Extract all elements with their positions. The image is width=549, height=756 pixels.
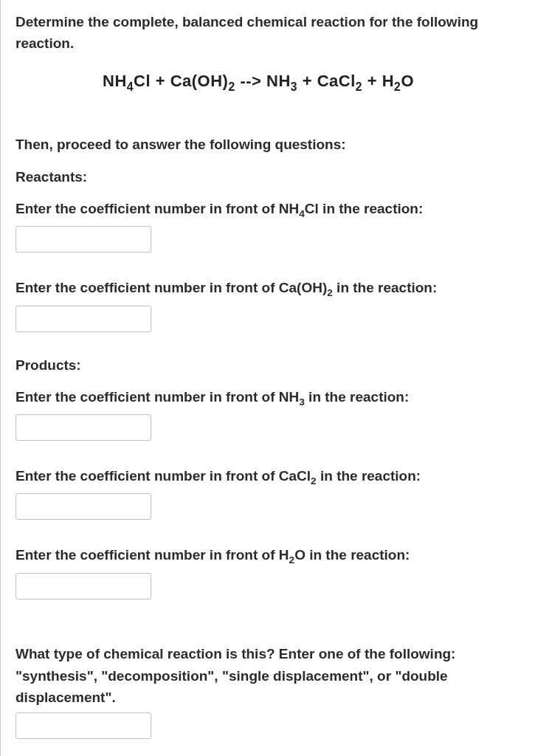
label-sub: 2 [289, 554, 295, 566]
label-sub: 2 [327, 287, 333, 298]
label-part: O in the reaction: [294, 547, 410, 563]
field-caoh2: Enter the coefficient number in front of… [15, 278, 534, 331]
label-rxn-type-line1: What type of chemical reaction is this? … [15, 644, 534, 665]
label-part: Enter the coefficient number in front of… [15, 201, 299, 216]
input-caoh2[interactable] [15, 306, 151, 332]
eq-sub: 3 [291, 80, 297, 93]
reactants-heading: Reactants: [15, 169, 534, 185]
label-part: in the reaction: [305, 389, 409, 405]
input-nh3[interactable] [15, 414, 151, 441]
eq-sub: 4 [127, 80, 134, 93]
label-cacl2: Enter the coefficient number in front of… [15, 466, 534, 489]
eq-sub: 2 [228, 80, 235, 93]
question-container: Determine the complete, balanced chemica… [0, 0, 549, 756]
label-part: in the reaction: [333, 280, 437, 295]
label-caoh2: Enter the coefficient number in front of… [15, 278, 534, 300]
field-nh3: Enter the coefficient number in front of… [15, 387, 534, 441]
label-sub: 3 [299, 396, 305, 407]
input-nh4cl[interactable] [15, 226, 151, 252]
label-sub: 2 [311, 475, 317, 487]
chemical-equation: NH4Cl + Ca(OH)2 --> NH3 + CaCl2 + H2O [15, 72, 534, 93]
label-part: Cl in the reaction: [305, 201, 423, 216]
intro-text: Determine the complete, balanced chemica… [15, 12, 534, 54]
field-cacl2: Enter the coefficient number in front of… [15, 466, 534, 520]
then-line: Then, proceed to answer the following qu… [15, 134, 534, 156]
field-nh4cl: Enter the coefficient number in front of… [15, 199, 534, 252]
input-rxn-type[interactable] [15, 712, 151, 739]
eq-part: --> NH [235, 72, 291, 90]
eq-sub: 2 [356, 80, 362, 93]
label-rxn-type-line2: "synthesis", "decomposition", "single di… [15, 666, 534, 708]
eq-part: + H [362, 72, 394, 90]
label-nh4cl: Enter the coefficient number in front of… [15, 199, 534, 221]
eq-part: O [401, 72, 414, 90]
eq-part: Cl + Ca(OH) [134, 72, 228, 90]
label-part: Enter the coefficient number in front of… [15, 547, 289, 563]
label-part: in the reaction: [317, 468, 421, 484]
eq-part: + CaCl [297, 72, 356, 90]
eq-part: NH [103, 72, 127, 90]
eq-sub: 2 [394, 80, 401, 93]
label-sub: 4 [299, 208, 305, 219]
label-part: Enter the coefficient number in front of… [15, 389, 299, 405]
input-h2o[interactable] [15, 573, 151, 599]
products-heading: Products: [15, 357, 534, 374]
label-part: Enter the coefficient number in front of… [15, 280, 327, 295]
field-h2o: Enter the coefficient number in front of… [15, 545, 534, 599]
input-cacl2[interactable] [15, 493, 151, 520]
field-rxn-type: What type of chemical reaction is this? … [15, 644, 534, 740]
label-nh3: Enter the coefficient number in front of… [15, 387, 534, 410]
label-h2o: Enter the coefficient number in front of… [15, 545, 534, 568]
label-part: Enter the coefficient number in front of… [15, 468, 311, 484]
